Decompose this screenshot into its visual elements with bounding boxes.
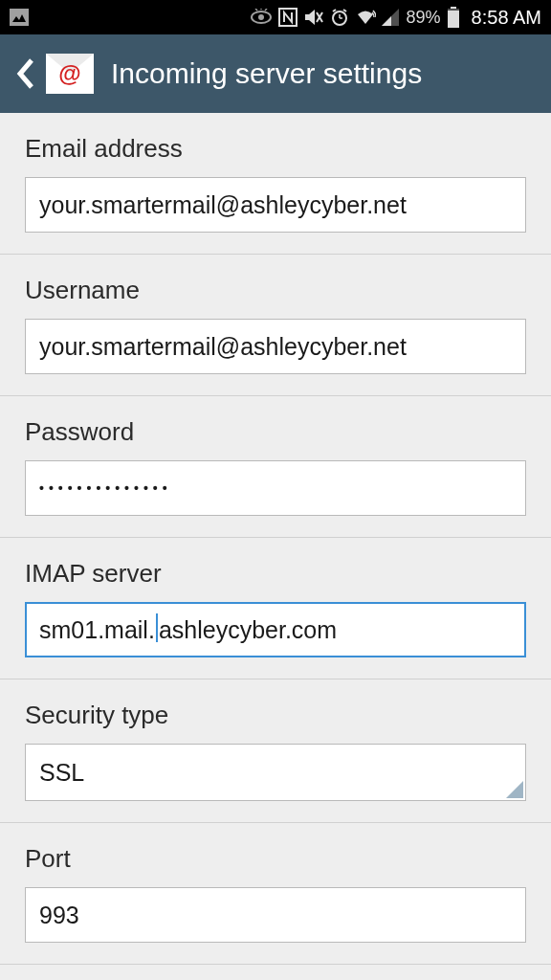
svg-rect-18 xyxy=(451,7,456,9)
svg-line-15 xyxy=(343,10,346,11)
eye-icon xyxy=(250,9,273,26)
status-right: 89% 8:58 AM xyxy=(250,7,541,29)
dropdown-triangle-icon xyxy=(506,781,523,798)
username-value: your.smartermail@ashleycyber.net xyxy=(39,333,407,361)
email-label: Email address xyxy=(25,134,526,164)
imap-input[interactable]: sm01.mail.ashleycyber.com xyxy=(25,602,526,657)
email-app-icon: @ xyxy=(46,54,94,94)
svg-rect-0 xyxy=(10,9,29,26)
email-input[interactable]: your.smartermail@ashleycyber.net xyxy=(25,177,526,233)
email-value: your.smartermail@ashleycyber.net xyxy=(39,191,407,219)
mute-icon xyxy=(303,8,324,27)
page-title: Incoming server settings xyxy=(111,57,422,90)
imap-value-post: ashleycyber.com xyxy=(159,616,337,644)
at-symbol-icon: @ xyxy=(58,60,80,87)
svg-point-3 xyxy=(258,14,264,20)
username-input[interactable]: your.smartermail@ashleycyber.net xyxy=(25,319,526,374)
signal-icon xyxy=(382,9,399,26)
status-left xyxy=(10,9,29,26)
port-value: 993 xyxy=(39,902,79,929)
svg-marker-17 xyxy=(382,16,391,26)
alarm-icon xyxy=(330,8,349,27)
battery-percentage: 89% xyxy=(407,8,441,28)
password-value: •••••••••••••• xyxy=(39,480,172,496)
password-section: Password •••••••••••••• xyxy=(0,396,551,538)
imap-section: IMAP server sm01.mail.ashleycyber.com xyxy=(0,538,551,679)
password-input[interactable]: •••••••••••••• xyxy=(25,460,526,516)
clock-time: 8:58 AM xyxy=(472,7,541,29)
battery-icon xyxy=(447,7,460,28)
back-button[interactable] xyxy=(10,50,40,98)
username-section: Username your.smartermail@ashleycyber.ne… xyxy=(0,255,551,396)
security-select[interactable]: SSL xyxy=(25,744,526,801)
svg-marker-8 xyxy=(305,10,315,25)
imap-value-pre: sm01.mail. xyxy=(39,616,155,644)
password-label: Password xyxy=(25,417,526,447)
username-label: Username xyxy=(25,276,526,305)
nfc-icon xyxy=(278,8,298,27)
security-section: Security type SSL xyxy=(0,679,551,823)
email-section: Email address your.smartermail@ashleycyb… xyxy=(0,113,551,255)
image-notification-icon xyxy=(10,9,29,26)
wifi-icon xyxy=(355,9,376,26)
text-cursor xyxy=(156,613,158,642)
port-input[interactable]: 993 xyxy=(25,887,526,943)
imap-label: IMAP server xyxy=(25,559,526,589)
status-bar: 89% 8:58 AM xyxy=(0,0,551,34)
svg-rect-20 xyxy=(448,11,459,28)
svg-line-4 xyxy=(255,9,257,11)
svg-line-6 xyxy=(265,9,267,11)
port-label: Port xyxy=(25,844,526,874)
port-section: Port 993 xyxy=(0,823,551,965)
svg-line-14 xyxy=(333,10,336,11)
app-header: @ Incoming server settings xyxy=(0,34,551,113)
security-label: Security type xyxy=(25,701,526,730)
security-value: SSL xyxy=(39,759,84,787)
